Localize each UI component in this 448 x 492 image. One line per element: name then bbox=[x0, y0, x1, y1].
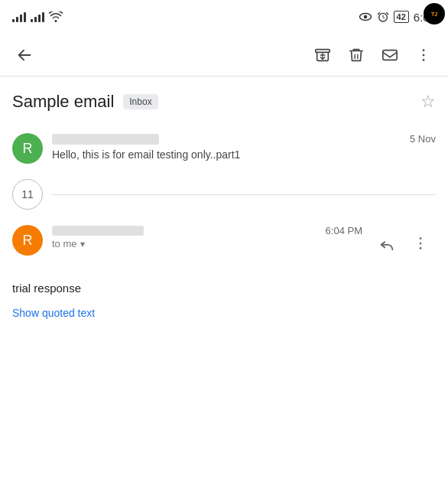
message-header-2: 6:04 PM bbox=[52, 225, 362, 236]
delete-button[interactable] bbox=[341, 40, 372, 70]
svg-point-6 bbox=[423, 54, 425, 56]
eye-icon bbox=[359, 11, 372, 22]
techjunkie-logo: TJ bbox=[424, 3, 445, 24]
email-title-area: Sample email Inbox ☆ bbox=[0, 77, 448, 124]
message-more-button[interactable] bbox=[405, 228, 436, 259]
star-button[interactable]: ☆ bbox=[420, 92, 436, 112]
svg-rect-4 bbox=[383, 50, 397, 60]
signal-bars-2 bbox=[31, 11, 44, 22]
show-quoted-button[interactable]: Show quoted text bbox=[0, 304, 448, 331]
avatar-1: R bbox=[12, 133, 43, 164]
archive-button[interactable] bbox=[307, 40, 338, 70]
svg-point-9 bbox=[420, 243, 422, 245]
message-time-2: 6:04 PM bbox=[326, 225, 362, 236]
mark-email-button[interactable] bbox=[375, 40, 405, 70]
signal-bars-1 bbox=[12, 11, 26, 22]
back-button[interactable] bbox=[9, 40, 40, 70]
wifi-icon bbox=[49, 11, 63, 22]
svg-point-5 bbox=[423, 49, 425, 51]
message-preview-1: Hello, this is for email testing only..p… bbox=[52, 148, 436, 163]
message-date-1: 5 Nov bbox=[410, 133, 436, 145]
toolbar-icons bbox=[307, 40, 439, 70]
divider-section: 11 bbox=[0, 173, 448, 216]
battery-indicator: 42 bbox=[394, 11, 409, 23]
svg-point-8 bbox=[420, 237, 422, 239]
svg-point-1 bbox=[363, 15, 367, 19]
sender-name-1 bbox=[52, 134, 159, 145]
divider-line bbox=[52, 194, 436, 195]
email-title-left: Sample email Inbox bbox=[12, 92, 158, 112]
svg-point-10 bbox=[420, 247, 422, 249]
email-body: trial response bbox=[0, 268, 448, 304]
to-me-row[interactable]: to me ▾ bbox=[52, 238, 362, 249]
toolbar bbox=[0, 34, 448, 77]
message-content-1: 5 Nov Hello, this is for email testing o… bbox=[52, 133, 436, 163]
alarm-icon bbox=[377, 11, 389, 23]
avatar-2: R bbox=[12, 225, 43, 256]
message-item-2: R 6:04 PM to me ▾ bbox=[0, 216, 448, 268]
svg-point-7 bbox=[423, 59, 425, 61]
reply-button[interactable] bbox=[372, 228, 402, 259]
message-count: 11 bbox=[12, 179, 43, 210]
more-options-button[interactable] bbox=[408, 40, 439, 70]
message-content-2: 6:04 PM to me ▾ bbox=[52, 225, 362, 249]
to-me-text: to me bbox=[52, 238, 77, 249]
message-item-1: R 5 Nov Hello, this is for email testing… bbox=[0, 124, 448, 173]
status-bar: 42 6:04 TJ bbox=[0, 0, 448, 34]
chevron-down-icon: ▾ bbox=[80, 239, 85, 249]
status-left bbox=[12, 11, 63, 22]
message-header-1: 5 Nov bbox=[52, 133, 436, 145]
sender-name-2 bbox=[52, 226, 144, 236]
message-actions bbox=[372, 228, 436, 259]
inbox-badge: Inbox bbox=[123, 94, 157, 109]
email-subject: Sample email bbox=[12, 92, 114, 112]
